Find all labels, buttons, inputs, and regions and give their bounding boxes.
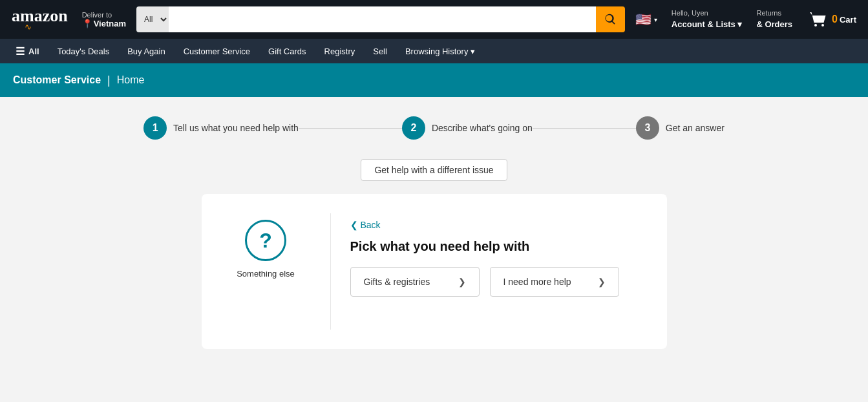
steps-container: 1 Tell us what you need help with 2 Desc… (26, 116, 842, 140)
options-row: Gifts & registries ❯ I need more help ❯ (350, 267, 648, 297)
step-3-circle: 3 (636, 116, 659, 140)
back-link[interactable]: ❮ Back (350, 220, 648, 230)
step-line-1 (299, 128, 402, 129)
step-1-label: Tell us what you need help with (173, 123, 299, 133)
option-need-more-help[interactable]: I need more help ❯ (490, 267, 619, 297)
flag-icon: 🇺🇸 (635, 12, 651, 27)
navbar-item-sell[interactable]: Sell (365, 41, 395, 61)
search-category-select[interactable]: All (136, 6, 169, 32)
language-selector[interactable]: 🇺🇸 ▾ (631, 8, 661, 31)
step-3-label: Get an answer (666, 123, 725, 133)
breadcrumb-customer-service[interactable]: Customer Service (13, 74, 101, 86)
navbar-item-browsing-history[interactable]: Browsing History ▾ (397, 41, 483, 61)
svg-point-1 (821, 24, 824, 26)
orders-label: & Orders (756, 19, 792, 30)
help-card: ? Something else ❮ Back Pick what you ne… (202, 194, 667, 349)
deliver-country: 📍 Vietnam (82, 19, 126, 28)
back-label: Back (361, 220, 381, 230)
pick-title: Pick what you need help with (350, 239, 648, 254)
cart-count: 0 (832, 14, 838, 25)
navbar-item-buy-again[interactable]: Buy Again (120, 41, 173, 61)
breadcrumb-bar: Customer Service | Home (0, 63, 868, 97)
cart-label: Cart (840, 15, 856, 25)
something-else-label: Something else (237, 269, 295, 279)
option-need-more-help-label: I need more help (503, 277, 571, 287)
navbar-all-label: All (28, 47, 39, 56)
step-line-2 (533, 128, 636, 129)
option-gifts-registries-label: Gifts & registries (364, 277, 430, 287)
navbar-item-todays-deals[interactable]: Today's Deals (50, 41, 118, 61)
back-arrow-icon: ❮ (350, 220, 358, 230)
breadcrumb-home[interactable]: Home (117, 74, 145, 86)
returns-label: Returns (756, 8, 792, 18)
step-1: 1 Tell us what you need help with (143, 116, 299, 140)
navbar-item-registry[interactable]: Registry (317, 41, 363, 61)
cart-icon (807, 8, 830, 31)
location-pin-icon: 📍 (82, 19, 92, 28)
search-input[interactable] (169, 6, 596, 32)
help-chevron-icon: ❯ (598, 277, 606, 287)
question-circle-icon: ? (245, 220, 286, 261)
cart-button[interactable]: 0 Cart (803, 4, 860, 35)
get-help-different-issue-button[interactable]: Get help with a different issue (361, 159, 507, 181)
step-1-circle: 1 (143, 116, 167, 140)
deliver-title: Deliver to (82, 11, 126, 19)
deliver-location[interactable]: Deliver to 📍 Vietnam (78, 7, 130, 32)
breadcrumb-separator: | (107, 74, 111, 87)
flag-dropdown-arrow: ▾ (654, 16, 657, 23)
account-greeting: Hello, Uyen (672, 8, 743, 18)
card-right-panel: ❮ Back Pick what you need help with Gift… (331, 213, 667, 330)
navbar: ☰ All Today's Deals Buy Again Customer S… (0, 39, 868, 63)
step-2-circle: 2 (402, 116, 425, 140)
returns-orders[interactable]: Returns & Orders (752, 5, 796, 34)
main-content: 1 Tell us what you need help with 2 Desc… (0, 97, 868, 394)
card-left-panel: ? Something else (202, 213, 331, 330)
search-bar: All (136, 6, 625, 32)
svg-point-0 (814, 24, 817, 26)
search-icon (604, 13, 617, 26)
account-lists-label: Account & Lists ▾ (672, 19, 743, 30)
logo-smile: ∿ (12, 22, 32, 32)
navbar-item-gift-cards[interactable]: Gift Cards (260, 41, 314, 61)
gifts-chevron-icon: ❯ (458, 277, 466, 287)
navbar-item-customer-service[interactable]: Customer Service (176, 41, 258, 61)
step-2: 2 Describe what's going on (402, 116, 533, 140)
search-button[interactable] (596, 6, 625, 32)
question-mark-icon: ? (259, 229, 272, 253)
hamburger-icon: ☰ (16, 45, 25, 58)
account-menu[interactable]: Hello, Uyen Account & Lists ▾ (668, 5, 746, 34)
logo[interactable]: amazon ∿ (8, 4, 72, 36)
navbar-all[interactable]: ☰ All (8, 40, 47, 63)
option-gifts-registries[interactable]: Gifts & registries ❯ (350, 267, 480, 297)
step-2-label: Describe what's going on (432, 123, 533, 133)
step-3: 3 Get an answer (636, 116, 725, 140)
header: amazon ∿ Deliver to 📍 Vietnam All 🇺🇸 ▾ (0, 0, 868, 39)
